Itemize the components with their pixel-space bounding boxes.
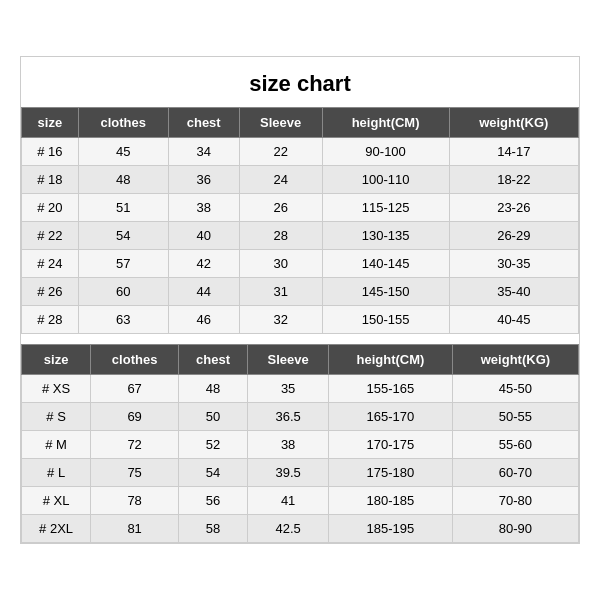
table-cell: 40	[168, 222, 239, 250]
table-cell: 24	[239, 166, 322, 194]
table-cell: # 18	[22, 166, 79, 194]
table-cell: 26	[239, 194, 322, 222]
table-cell: # 22	[22, 222, 79, 250]
table2-header-cell: chest	[179, 345, 248, 375]
table-cell: 67	[91, 375, 179, 403]
table-cell: 32	[239, 306, 322, 334]
table-cell: 115-125	[322, 194, 449, 222]
table-cell: # S	[22, 403, 91, 431]
table-cell: 54	[78, 222, 168, 250]
table-cell: 80-90	[452, 515, 578, 543]
table1-header: sizeclotheschestSleeveheight(CM)weight(K…	[22, 108, 579, 138]
table2-header-cell: clothes	[91, 345, 179, 375]
table-row: # 20513826115-12523-26	[22, 194, 579, 222]
table-cell: 58	[179, 515, 248, 543]
table1-body: # 1645342290-10014-17# 18483624100-11018…	[22, 138, 579, 334]
table-cell: 48	[78, 166, 168, 194]
table-cell: 45	[78, 138, 168, 166]
table-cell: 60-70	[452, 459, 578, 487]
table-row: # 1645342290-10014-17	[22, 138, 579, 166]
table-cell: 56	[179, 487, 248, 515]
size-chart-container: size chart sizeclotheschestSleeveheight(…	[20, 56, 580, 544]
table-cell: 48	[179, 375, 248, 403]
table2-header-cell: Sleeve	[248, 345, 329, 375]
table-cell: # XS	[22, 375, 91, 403]
table-cell: 38	[248, 431, 329, 459]
table-cell: 30	[239, 250, 322, 278]
table-cell: 31	[239, 278, 322, 306]
table-cell: 63	[78, 306, 168, 334]
table-row: # M725238170-17555-60	[22, 431, 579, 459]
table-cell: 40-45	[449, 306, 578, 334]
size-table-2: sizeclotheschestSleeveheight(CM)weight(K…	[21, 344, 579, 543]
table-cell: 72	[91, 431, 179, 459]
table-row: # S695036.5165-17050-55	[22, 403, 579, 431]
table-cell: 39.5	[248, 459, 329, 487]
table-cell: 50-55	[452, 403, 578, 431]
table-cell: # 20	[22, 194, 79, 222]
table-cell: 90-100	[322, 138, 449, 166]
table-cell: 45-50	[452, 375, 578, 403]
table1-header-cell: height(CM)	[322, 108, 449, 138]
table1-header-row: sizeclotheschestSleeveheight(CM)weight(K…	[22, 108, 579, 138]
table-row: # 18483624100-11018-22	[22, 166, 579, 194]
table-cell: 42.5	[248, 515, 329, 543]
chart-title: size chart	[21, 57, 579, 107]
table-cell: 44	[168, 278, 239, 306]
table-cell: 81	[91, 515, 179, 543]
table-cell: 150-155	[322, 306, 449, 334]
table-cell: 100-110	[322, 166, 449, 194]
table-cell: 42	[168, 250, 239, 278]
table-cell: 155-165	[329, 375, 453, 403]
table-cell: 55-60	[452, 431, 578, 459]
table-cell: # 26	[22, 278, 79, 306]
table-cell: 51	[78, 194, 168, 222]
table-cell: 22	[239, 138, 322, 166]
table-cell: 140-145	[322, 250, 449, 278]
table-cell: 30-35	[449, 250, 578, 278]
table-cell: # 24	[22, 250, 79, 278]
table-cell: 170-175	[329, 431, 453, 459]
table-cell: 26-29	[449, 222, 578, 250]
table-row: # XL785641180-18570-80	[22, 487, 579, 515]
table-cell: 70-80	[452, 487, 578, 515]
table-cell: 75	[91, 459, 179, 487]
table-cell: 28	[239, 222, 322, 250]
table-cell: # XL	[22, 487, 91, 515]
size-table-1: sizeclotheschestSleeveheight(CM)weight(K…	[21, 107, 579, 334]
table-row: # 22544028130-13526-29	[22, 222, 579, 250]
table-cell: 180-185	[329, 487, 453, 515]
table-cell: 165-170	[329, 403, 453, 431]
table-cell: 78	[91, 487, 179, 515]
table-cell: # 16	[22, 138, 79, 166]
table2-header-row: sizeclotheschestSleeveheight(CM)weight(K…	[22, 345, 579, 375]
table-cell: 14-17	[449, 138, 578, 166]
table2-header-cell: height(CM)	[329, 345, 453, 375]
table-cell: 34	[168, 138, 239, 166]
table2-header: sizeclotheschestSleeveheight(CM)weight(K…	[22, 345, 579, 375]
table-cell: 35-40	[449, 278, 578, 306]
table-cell: 52	[179, 431, 248, 459]
table-cell: 41	[248, 487, 329, 515]
table-cell: 185-195	[329, 515, 453, 543]
table-row: # 28634632150-15540-45	[22, 306, 579, 334]
table-cell: 35	[248, 375, 329, 403]
table-cell: 36.5	[248, 403, 329, 431]
table-cell: # L	[22, 459, 91, 487]
table-cell: 60	[78, 278, 168, 306]
table-cell: 36	[168, 166, 239, 194]
table2-body: # XS674835155-16545-50# S695036.5165-170…	[22, 375, 579, 543]
table-cell: 175-180	[329, 459, 453, 487]
table-row: # 2XL815842.5185-19580-90	[22, 515, 579, 543]
table-cell: 57	[78, 250, 168, 278]
table-cell: 38	[168, 194, 239, 222]
table1-header-cell: Sleeve	[239, 108, 322, 138]
table-cell: 69	[91, 403, 179, 431]
table2-header-cell: weight(KG)	[452, 345, 578, 375]
table1-header-cell: size	[22, 108, 79, 138]
table-row: # 26604431145-15035-40	[22, 278, 579, 306]
table-cell: 18-22	[449, 166, 578, 194]
table1-header-cell: weight(KG)	[449, 108, 578, 138]
table-row: # L755439.5175-18060-70	[22, 459, 579, 487]
table-cell: 54	[179, 459, 248, 487]
